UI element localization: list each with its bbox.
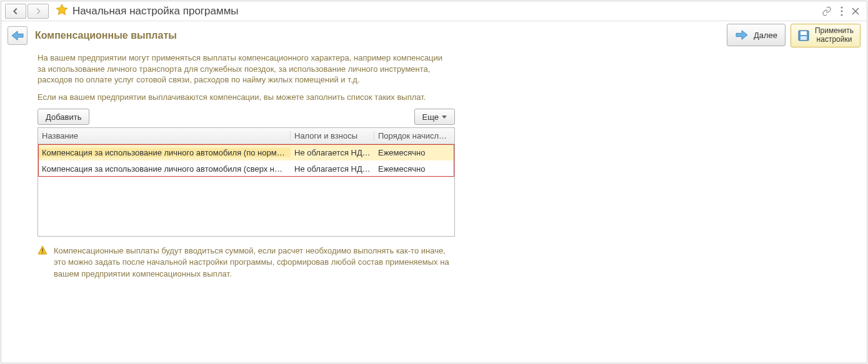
svg-point-2 <box>841 14 842 16</box>
svg-rect-6 <box>42 248 43 252</box>
titlebar-controls <box>822 6 863 16</box>
arrow-right-big-icon <box>735 29 749 41</box>
table-body: Компенсация за использование личного авт… <box>38 144 454 177</box>
table-row[interactable]: Компенсация за использование личного авт… <box>38 144 454 160</box>
cell-order: Ежемесячно <box>374 164 454 174</box>
intro-paragraph-2: Если на вашем предприятии выплачиваются … <box>37 92 451 103</box>
table-header-row: Название Налоги и взносы Порядок начисле… <box>38 128 454 144</box>
cell-name: Компенсация за использование личного авт… <box>38 164 291 174</box>
warning-icon <box>37 245 47 280</box>
add-button[interactable]: Добавить <box>37 109 89 125</box>
cell-order: Ежемесячно <box>374 148 454 157</box>
page-title: Начальная настройка программы <box>72 5 239 17</box>
svg-point-0 <box>841 6 842 8</box>
cell-name: Компенсация за использование личного авт… <box>38 148 291 157</box>
next-button-label: Далее <box>754 31 777 40</box>
wizard-back-button[interactable] <box>7 26 27 45</box>
table-toolbar: Добавить Еще <box>37 109 455 125</box>
toolbar: Компенсационные выплаты Далее Применить … <box>1 21 867 50</box>
add-button-label: Добавить <box>46 112 81 122</box>
link-icon[interactable] <box>822 6 832 16</box>
apply-settings-button[interactable]: Применить настройки <box>791 24 861 47</box>
cell-tax: Не облагается НДФ… <box>291 164 374 174</box>
save-icon <box>797 29 810 42</box>
svg-rect-5 <box>801 36 807 40</box>
col-header-name[interactable]: Название <box>38 131 291 140</box>
kebab-menu-icon[interactable] <box>841 6 843 16</box>
intro-paragraph-1: На вашем предприятии могут применяться в… <box>37 52 451 86</box>
svg-rect-7 <box>42 252 43 253</box>
chevron-down-icon <box>442 116 447 119</box>
warning-text: Компенсационные выплаты будут вводиться … <box>54 245 455 280</box>
arrow-left-icon <box>11 7 20 16</box>
content: На вашем предприятии могут применяться в… <box>1 52 457 280</box>
arrow-right-icon <box>34 7 42 16</box>
warning-block: Компенсационные выплаты будут вводиться … <box>37 245 455 280</box>
cell-tax: Не облагается НДФ… <box>291 148 374 157</box>
nav-back-button[interactable] <box>5 4 26 19</box>
svg-rect-4 <box>801 31 807 35</box>
compensation-table[interactable]: Название Налоги и взносы Порядок начисле… <box>37 127 455 237</box>
close-icon[interactable] <box>852 7 859 15</box>
more-button[interactable]: Еще <box>414 109 455 125</box>
col-header-order[interactable]: Порядок начисле… <box>374 131 454 140</box>
more-button-label: Еще <box>422 112 439 122</box>
apply-button-label: Применить настройки <box>815 27 854 44</box>
next-button[interactable]: Далее <box>727 24 786 46</box>
svg-point-1 <box>841 10 842 12</box>
section-title: Компенсационные выплаты <box>35 30 177 41</box>
titlebar: Начальная настройка программы <box>1 1 867 21</box>
window: Начальная настройка программы Компенсаци… <box>1 1 867 363</box>
nav-forward-button[interactable] <box>27 4 49 19</box>
toolbar-right: Далее Применить настройки <box>727 24 861 47</box>
col-header-tax[interactable]: Налоги и взносы <box>291 131 374 140</box>
arrow-left-big-icon <box>11 30 24 41</box>
star-icon[interactable] <box>55 3 69 19</box>
table-row[interactable]: Компенсация за использование личного авт… <box>38 160 454 177</box>
